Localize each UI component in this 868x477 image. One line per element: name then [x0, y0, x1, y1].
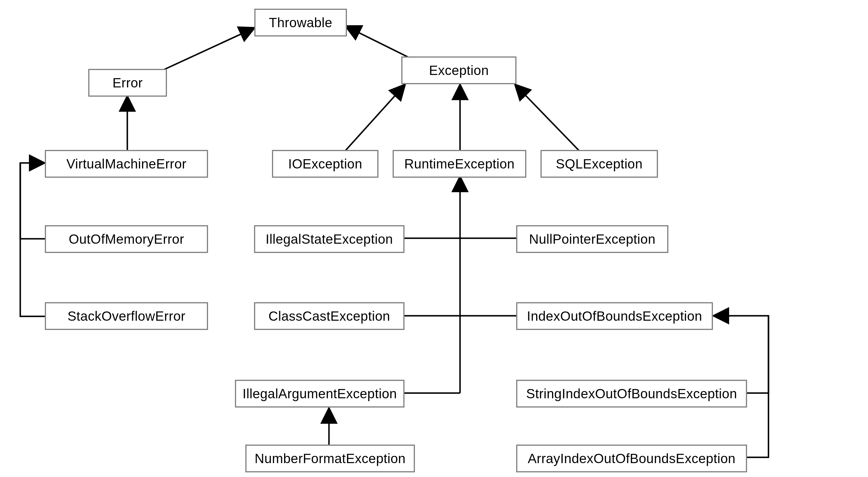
node-iae: IllegalArgumentException: [235, 380, 404, 408]
edge-oome-vmerror: [20, 163, 45, 239]
node-aioobe: ArrayIndexOutOfBoundsException: [516, 445, 747, 472]
node-sioobe: StringIndexOutOfBoundsException: [516, 380, 747, 408]
node-exception: Exception: [401, 56, 517, 84]
node-label: RuntimeException: [404, 156, 515, 172]
node-throwable: Throwable: [254, 9, 347, 36]
node-cce: ClassCastException: [254, 302, 404, 330]
edge-exception-throwable: [345, 26, 408, 57]
node-label: StringIndexOutOfBoundsException: [526, 386, 737, 401]
node-label: Throwable: [269, 15, 332, 30]
node-soe: StackOverflowError: [45, 302, 208, 330]
node-label: Error: [113, 75, 143, 91]
node-label: IllegalStateException: [266, 231, 393, 247]
diagram-canvas: Throwable Error Exception VirtualMachine…: [0, 0, 868, 477]
node-label: IllegalArgumentException: [243, 386, 397, 401]
node-error: Error: [88, 69, 167, 97]
node-label: ClassCastException: [269, 308, 390, 324]
node-vmerror: VirtualMachineError: [45, 150, 208, 178]
node-rte: RuntimeException: [393, 150, 526, 178]
node-label: NullPointerException: [529, 231, 655, 247]
node-label: IndexOutOfBoundsException: [527, 308, 702, 324]
node-ioobe: IndexOutOfBoundsException: [516, 302, 713, 330]
node-ioe: IOException: [272, 150, 378, 178]
node-label: ArrayIndexOutOfBoundsException: [528, 451, 736, 466]
node-npe: NullPointerException: [516, 225, 669, 253]
node-label: IOException: [288, 156, 362, 172]
edge-soe-vmerror: [20, 163, 45, 316]
node-label: StackOverflowError: [67, 308, 185, 324]
node-label: OutOfMemoryError: [69, 231, 184, 247]
node-label: NumberFormatException: [255, 451, 406, 466]
node-sqle: SQLException: [540, 150, 658, 178]
node-oome: OutOfMemoryError: [45, 225, 208, 253]
edge-ioe-exception: [346, 85, 405, 150]
edge-error-throwable: [162, 28, 255, 70]
edge-sqle-exception: [515, 85, 579, 150]
edge-sioobe-ioobe: [746, 316, 769, 393]
node-label: Exception: [429, 62, 489, 78]
node-nfe: NumberFormatException: [245, 445, 415, 472]
node-ise: IllegalStateException: [254, 225, 404, 253]
node-label: VirtualMachineError: [66, 156, 186, 172]
node-label: SQLException: [556, 156, 643, 172]
